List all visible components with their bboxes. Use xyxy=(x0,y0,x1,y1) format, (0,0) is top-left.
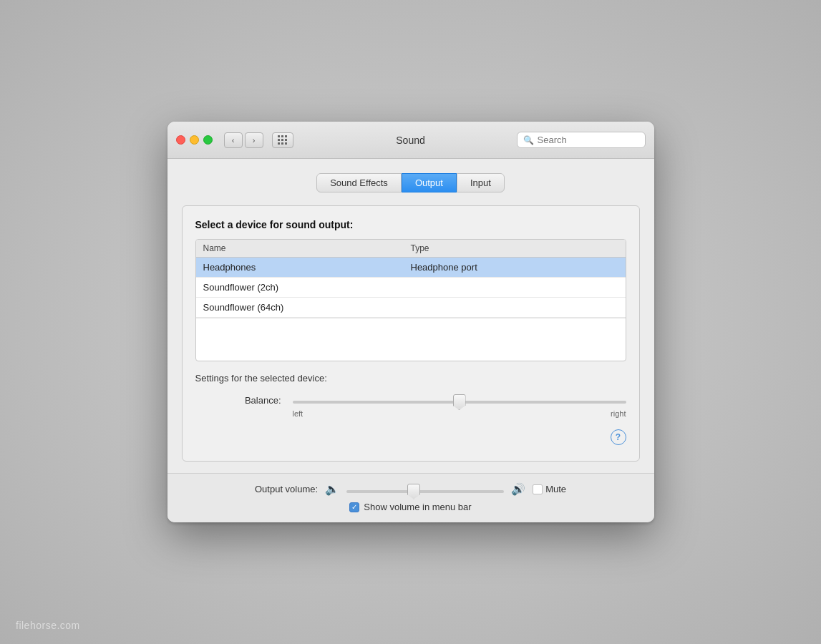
maximize-button[interactable] xyxy=(203,135,213,145)
table-row[interactable]: Soundflower (64ch) xyxy=(196,298,626,318)
col-type: Type xyxy=(411,243,618,253)
device-table: Name Type Headphones Headphone port Soun… xyxy=(195,239,626,361)
show-volume-checkbox[interactable]: ✓ xyxy=(349,502,359,512)
output-panel: Select a device for sound output: Name T… xyxy=(182,205,640,462)
mute-row: Mute xyxy=(533,484,566,494)
back-icon: ‹ xyxy=(232,136,235,145)
watermark: filehorse.com xyxy=(16,620,80,631)
minimize-button[interactable] xyxy=(190,135,199,145)
mute-label: Mute xyxy=(545,484,566,494)
tabs: Sound Effects Output Input xyxy=(182,173,640,192)
table-row[interactable]: Headphones Headphone port xyxy=(196,258,626,278)
volume-high-icon: 🔊 xyxy=(511,482,525,496)
show-volume-label: Show volume in menu bar xyxy=(364,502,471,512)
settings-label: Settings for the selected device: xyxy=(195,373,626,384)
traffic-lights xyxy=(176,135,213,145)
search-box[interactable]: 🔍 xyxy=(517,132,646,148)
search-icon: 🔍 xyxy=(523,135,534,145)
main-content: Sound Effects Output Input Select a devi… xyxy=(167,159,654,473)
tab-input[interactable]: Input xyxy=(457,173,505,192)
table-empty-area xyxy=(196,318,626,361)
show-volume-row: ✓ Show volume in menu bar xyxy=(349,502,471,512)
output-volume-label: Output volume: xyxy=(255,484,318,494)
balance-row: Balance: xyxy=(195,394,626,406)
tab-sound-effects[interactable]: Sound Effects xyxy=(316,173,402,192)
table-row[interactable]: Soundflower (2ch) xyxy=(196,278,626,298)
balance-right-label: right xyxy=(611,409,626,418)
balance-slider-container xyxy=(293,394,626,406)
bottom-bar: Output volume: 🔈 🔊 Mute ✓ Show volume in… xyxy=(167,473,654,522)
balance-slider[interactable] xyxy=(293,401,626,404)
volume-row: Output volume: 🔈 🔊 Mute xyxy=(255,482,566,496)
search-input[interactable] xyxy=(538,135,639,145)
col-name: Name xyxy=(203,243,411,253)
watermark-domain: .com xyxy=(57,620,79,631)
device-type xyxy=(411,282,618,293)
forward-button[interactable]: › xyxy=(245,132,263,148)
sound-preferences-window: ‹ › Sound 🔍 Sound Effects Output Input xyxy=(167,122,654,522)
balance-labels: left right xyxy=(195,409,626,418)
grid-button[interactable] xyxy=(272,132,293,148)
help-row: ? xyxy=(195,426,626,448)
nav-buttons: ‹ › xyxy=(224,132,263,148)
table-header: Name Type xyxy=(196,240,626,258)
volume-slider[interactable] xyxy=(346,490,504,493)
balance-left-label: left xyxy=(293,409,303,418)
close-button[interactable] xyxy=(176,135,185,145)
device-type xyxy=(411,302,618,313)
device-section-title: Select a device for sound output: xyxy=(195,219,626,230)
device-name: Soundflower (2ch) xyxy=(203,282,411,293)
device-name: Headphones xyxy=(203,262,411,273)
watermark-text: filehorse xyxy=(16,620,57,631)
mute-checkbox[interactable] xyxy=(533,484,543,494)
balance-label: Balance: xyxy=(238,395,281,406)
forward-icon: › xyxy=(253,136,256,145)
window-title: Sound xyxy=(396,135,424,146)
tab-output[interactable]: Output xyxy=(402,173,457,192)
help-button[interactable]: ? xyxy=(611,429,626,445)
grid-icon xyxy=(278,135,288,145)
volume-slider-container xyxy=(346,483,504,496)
back-button[interactable]: ‹ xyxy=(224,132,243,148)
titlebar: ‹ › Sound 🔍 xyxy=(167,122,654,159)
volume-low-icon: 🔈 xyxy=(325,482,339,496)
checkmark-icon: ✓ xyxy=(351,503,357,511)
device-type: Headphone port xyxy=(411,262,618,273)
device-name: Soundflower (64ch) xyxy=(203,302,411,313)
